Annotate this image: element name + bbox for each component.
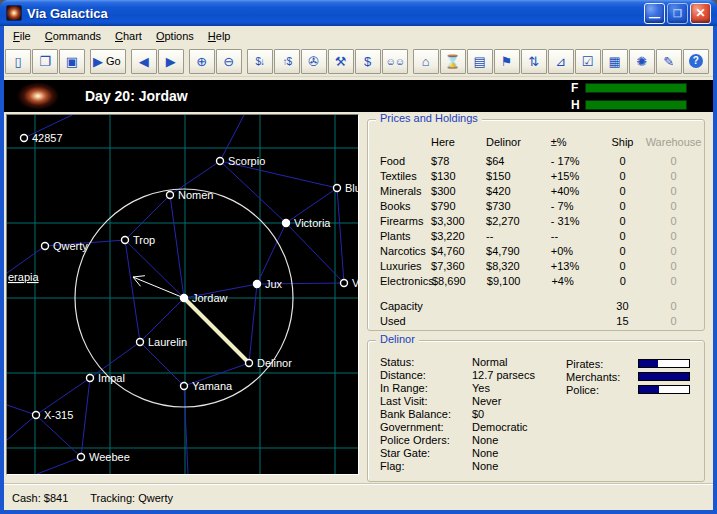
- map-star-edge-label: erapia: [8, 271, 39, 283]
- toolbar-open[interactable]: ❐: [32, 49, 58, 74]
- prices-summary-capacity: Capacity300: [380, 298, 704, 313]
- prices-row-minerals: Minerals$300$420+40%00: [380, 183, 704, 198]
- toolbar-buy[interactable]: $↓: [247, 49, 273, 74]
- prices-row-firearms: Firearms$3,300$2,270- 31%00: [380, 213, 704, 228]
- bank-icon: $: [364, 55, 371, 68]
- field-flag: Flag:None: [380, 459, 704, 472]
- main-content: 42857ScorpioBluNomenVictoriaTropQwertyJu…: [4, 112, 713, 484]
- tracking-display: Tracking: Qwerty: [90, 492, 173, 504]
- flag-icon: ⚑: [501, 55, 513, 68]
- toolbar-measure[interactable]: ⊿: [548, 49, 574, 74]
- prices-row-plants: Plants$3,220----00: [380, 228, 704, 243]
- prices-row-textiles: Textiles$130$150+15%00: [380, 168, 704, 183]
- toolbar-bank[interactable]: $: [355, 49, 381, 74]
- minimize-button[interactable]: —: [644, 3, 665, 24]
- status-banner: Day 20: Jordaw FH: [4, 80, 713, 112]
- wait-icon: ⌛: [445, 55, 461, 68]
- galaxy-icon: ✺: [636, 55, 647, 68]
- status-bar: Cash: $841 Tracking: Qwerty: [4, 484, 713, 510]
- open-icon: ❐: [39, 55, 51, 68]
- banner-gauge-F-track: [585, 83, 687, 93]
- svg-text:V: V: [352, 277, 358, 289]
- new-icon: ▯: [14, 55, 21, 68]
- toolbar-sell[interactable]: ↑$: [274, 49, 300, 74]
- notes-icon: ✎: [663, 55, 674, 68]
- prices-panel-title: Prices and Holdings: [376, 112, 482, 124]
- menu-options[interactable]: Options: [149, 28, 201, 44]
- menu-chart[interactable]: Chart: [108, 28, 149, 44]
- orders-icon: ☑: [582, 55, 594, 68]
- toolbar: ▯❐▣▶Go◀▶⊕⊖$↓↑$✇⚒$☺☺⌂⌛▤⚑⇅⊿☑▦✺✎?: [4, 46, 713, 77]
- app-window: Via Galactica — ❐ ✕ FileCommandsChartOpt…: [0, 0, 717, 514]
- svg-text:Jux: Jux: [265, 278, 283, 290]
- menu-help[interactable]: Help: [201, 28, 238, 44]
- svg-text:X-315: X-315: [44, 409, 73, 421]
- system-gauges: Pirates:Merchants:Police:: [566, 357, 690, 396]
- close-button[interactable]: ✕: [690, 3, 711, 24]
- toolbar-galaxy[interactable]: ✺: [629, 49, 655, 74]
- svg-text:Scorpio: Scorpio: [228, 155, 265, 167]
- equipment-icon: ✇: [308, 55, 319, 68]
- prices-row-electronics: Electronics$8,690$9,100+4%00: [380, 273, 704, 288]
- toolbar-zoom-out[interactable]: ⊖: [216, 49, 242, 74]
- prices-summary-used: Used150: [380, 313, 704, 328]
- toolbar-equipment[interactable]: ✇: [301, 49, 327, 74]
- log-icon: ▤: [474, 55, 486, 68]
- field-policeorders: Police Orders:None: [380, 433, 704, 446]
- toolbar-wait[interactable]: ⌛: [440, 49, 466, 74]
- client-area: FileCommandsChartOptionsHelp ▯❐▣▶Go◀▶⊕⊖$…: [4, 26, 713, 510]
- toolbar-upgrade[interactable]: ⚒: [328, 49, 354, 74]
- toolbar-go[interactable]: ▶Go: [90, 49, 126, 74]
- menu-bar: FileCommandsChartOptionsHelp: [4, 26, 713, 46]
- toolbar-orders[interactable]: ☑: [575, 49, 601, 74]
- system-panel-title: Delinor: [376, 333, 419, 345]
- toolbar-notes[interactable]: ✎: [656, 49, 682, 74]
- toolbar-log[interactable]: ▤: [467, 49, 493, 74]
- prices-row-narcotics: Narcotics$4,760$4,790+0%00: [380, 243, 704, 258]
- crew-icon: ☺☺: [385, 55, 403, 68]
- svg-text:Weebee: Weebee: [89, 451, 130, 463]
- svg-text:Laurelin: Laurelin: [148, 336, 187, 348]
- star-map[interactable]: 42857ScorpioBluNomenVictoriaTropQwertyJu…: [6, 114, 359, 475]
- menu-file[interactable]: File: [6, 28, 38, 44]
- measure-icon: ⊿: [555, 55, 566, 68]
- toolbar-forward[interactable]: ▶: [158, 49, 184, 74]
- zoom-in-icon: ⊕: [196, 55, 207, 68]
- prices-header-row: HereDelinor±%ShipWarehouse: [380, 134, 704, 149]
- banner-gauge-H-track: [585, 100, 687, 110]
- toolbar-save[interactable]: ▣: [59, 49, 85, 74]
- svg-text:Blu: Blu: [345, 182, 358, 194]
- toolbar-route[interactable]: ⇅: [521, 49, 547, 74]
- svg-text:Impal: Impal: [98, 372, 125, 384]
- banner-gauge-H-label: H: [571, 98, 585, 112]
- right-panel: Prices and Holdings HereDelinor±%ShipWar…: [359, 114, 709, 484]
- field-bankbalance: Bank Balance:$0: [380, 407, 704, 420]
- svg-text:42857: 42857: [32, 132, 63, 144]
- svg-text:Nomen: Nomen: [178, 189, 213, 201]
- svg-text:Victoria: Victoria: [294, 217, 331, 229]
- toolbar-help[interactable]: ?: [683, 49, 709, 74]
- toolbar-crew[interactable]: ☺☺: [382, 49, 408, 74]
- toolbar-grid[interactable]: ▦: [602, 49, 628, 74]
- prices-row-luxuries: Luxuries$7,360$8,320+13%00: [380, 258, 704, 273]
- prices-panel: Prices and Holdings HereDelinor±%ShipWar…: [367, 119, 705, 331]
- toolbar-zoom-in[interactable]: ⊕: [189, 49, 215, 74]
- toolbar-back[interactable]: ◀: [131, 49, 157, 74]
- zoom-out-icon: ⊖: [223, 55, 234, 68]
- forward-icon: ▶: [166, 55, 176, 68]
- maximize-button[interactable]: ❐: [667, 3, 688, 24]
- svg-text:Qwerty: Qwerty: [53, 240, 88, 252]
- field-government: Government:Democratic: [380, 420, 704, 433]
- title-bar[interactable]: Via Galactica — ❐ ✕: [0, 0, 717, 26]
- menu-commands[interactable]: Commands: [38, 28, 108, 44]
- prices-row-food: Food$78$64- 17%00: [380, 153, 704, 168]
- system-info-panel: Delinor Status:NormalDistance:12.7 parse…: [367, 340, 705, 482]
- toolbar-flag[interactable]: ⚑: [494, 49, 520, 74]
- day-location-title: Day 20: Jordaw: [85, 88, 571, 104]
- toolbar-home[interactable]: ⌂: [413, 49, 439, 74]
- prices-row-books: Books$790$730- 7%00: [380, 198, 704, 213]
- toolbar-new[interactable]: ▯: [5, 49, 31, 74]
- svg-text:Delinor: Delinor: [257, 357, 292, 369]
- buy-icon: $↓: [255, 55, 264, 68]
- svg-text:Trop: Trop: [133, 234, 155, 246]
